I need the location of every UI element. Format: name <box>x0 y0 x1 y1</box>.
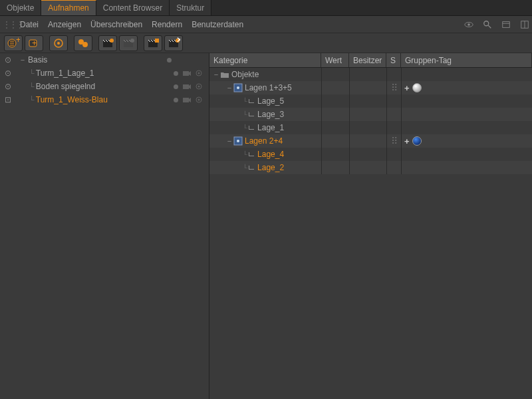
svg-rect-19 <box>124 42 133 47</box>
take-name[interactable]: Turm_1_Weiss-Blau <box>35 95 170 104</box>
row-label[interactable]: Lage_2 <box>255 163 284 172</box>
visibility-icon[interactable]: ⊙ <box>3 55 13 65</box>
layer-icon <box>249 99 255 103</box>
svg-point-39 <box>237 86 239 89</box>
menu-benutzerdaten[interactable]: Benutzerdaten <box>192 20 243 29</box>
layer-row[interactable]: └ Lage_1 <box>209 121 532 134</box>
col-besitzer[interactable]: Besitzer <box>349 53 386 67</box>
collapse-icon[interactable]: − <box>225 137 233 145</box>
add-tag-button[interactable]: + <box>404 136 410 146</box>
tab-struktur[interactable]: Struktur <box>170 0 211 15</box>
svg-point-13 <box>57 42 60 45</box>
svg-rect-16 <box>103 42 112 47</box>
btn-clap1[interactable] <box>98 35 117 51</box>
tree-branch: └ <box>241 98 249 105</box>
status-dot[interactable] <box>164 55 174 65</box>
visibility-active-icon[interactable]: ⊡ <box>3 95 13 104</box>
layergroup-row[interactable]: − Lagen 1+3+5 ⠿ + <box>209 81 532 94</box>
row-label[interactable]: Objekte <box>229 70 259 79</box>
add-tag-button[interactable]: + <box>404 83 410 93</box>
camera-icon[interactable] <box>181 67 193 79</box>
btn-take-link[interactable] <box>74 35 92 51</box>
col-wert[interactable]: Wert <box>321 53 349 67</box>
svg-point-41 <box>237 140 239 142</box>
material-tag-blue[interactable] <box>412 136 422 146</box>
menu-anzeigen[interactable]: Anzeigen <box>48 20 81 29</box>
status-dot[interactable] <box>170 95 181 104</box>
svg-rect-35 <box>183 98 189 102</box>
svg-point-31 <box>198 72 200 74</box>
menu-rendern[interactable]: Rendern <box>152 20 182 29</box>
svg-rect-22 <box>148 42 158 47</box>
svg-text:+: + <box>32 39 37 48</box>
category-row-objekte[interactable]: − Objekte <box>209 68 532 81</box>
take-row-selected[interactable]: ⊡ └ Turm_1_Weiss-Blau <box>0 93 209 106</box>
col-kategorie[interactable]: Kategorie <box>209 53 321 67</box>
grip-icon: ⋮⋮⋮ <box>3 20 11 29</box>
status-dot[interactable] <box>170 68 181 78</box>
camera-icon[interactable] <box>181 80 193 92</box>
layer-row[interactable]: └ Lage_4 <box>209 148 532 161</box>
svg-text:+: + <box>16 37 20 45</box>
menu-ueberschreiben[interactable]: Überschreiben <box>90 20 142 29</box>
layer-icon <box>249 112 255 116</box>
visibility-icon[interactable]: ⊙ <box>3 82 13 91</box>
collapse-icon[interactable]: − <box>212 70 220 78</box>
row-label[interactable]: Lagen 1+3+5 <box>243 83 292 92</box>
tree-branch: └ <box>241 111 249 118</box>
panel-icon[interactable] <box>520 20 529 29</box>
layergroup-icon <box>233 136 243 146</box>
material-tag-white[interactable] <box>412 83 422 92</box>
svg-point-34 <box>198 86 200 88</box>
toolbar: + + ✕ <box>0 33 532 53</box>
col-gruppen-tag[interactable]: Gruppen-Tag <box>401 53 532 67</box>
take-name[interactable]: Boden spiegelnd <box>35 82 170 91</box>
s-handle-icon[interactable]: ⠿ <box>391 140 398 143</box>
layer-row[interactable]: └ Lage_3 <box>209 108 532 121</box>
tab-bar: Objekte Aufnahmen Content Browser Strukt… <box>0 0 532 16</box>
btn-clap4[interactable]: ✕ <box>164 35 183 51</box>
render-icon[interactable] <box>193 67 205 79</box>
collapse-icon[interactable]: − <box>19 56 27 64</box>
btn-clap2[interactable] <box>119 35 138 51</box>
row-label[interactable]: Lage_5 <box>255 96 284 106</box>
s-handle-icon[interactable]: ⠿ <box>391 86 398 90</box>
tab-aufnahmen[interactable]: Aufnahmen <box>41 0 96 15</box>
row-label[interactable]: Lagen 2+4 <box>243 136 283 146</box>
take-row[interactable]: ⊙ └ Turm_1_Lage_1 <box>0 66 209 80</box>
svg-rect-32 <box>183 84 189 89</box>
row-label[interactable]: Lage_1 <box>255 123 284 132</box>
svg-point-18 <box>110 39 114 43</box>
take-name[interactable]: Turm_1_Lage_1 <box>35 68 170 78</box>
status-dot[interactable] <box>170 82 181 91</box>
btn-take-add2[interactable]: + <box>25 35 43 51</box>
svg-text:✕: ✕ <box>176 37 180 45</box>
window-icon[interactable] <box>501 20 511 29</box>
main-area: ⊙ − Basis ⊙ └ Turm_1_Lage_1 ⊙ └ Boden sp… <box>0 53 532 399</box>
overrides-table: Kategorie Wert Besitzer S Gruppen-Tag − … <box>209 53 532 399</box>
row-label[interactable]: Lage_3 <box>255 110 284 119</box>
take-name[interactable]: Basis <box>27 55 164 65</box>
btn-take-add1[interactable]: + <box>4 35 23 51</box>
take-row-basis[interactable]: ⊙ − Basis <box>0 53 209 66</box>
btn-take-target[interactable] <box>49 35 68 51</box>
layergroup-row-selected[interactable]: − Lagen 2+4 ⠿ + <box>209 134 532 148</box>
camera-icon[interactable] <box>181 94 193 106</box>
render-icon[interactable] <box>193 80 205 92</box>
collapse-icon[interactable]: − <box>225 84 233 92</box>
row-label[interactable]: Lage_4 <box>255 150 284 159</box>
tab-objekte[interactable]: Objekte <box>0 0 41 15</box>
visibility-icon[interactable]: ⊙ <box>3 68 13 78</box>
layer-row[interactable]: └ Lage_2 <box>209 161 532 174</box>
take-row[interactable]: ⊙ └ Boden spiegelnd <box>0 80 209 93</box>
menu-datei[interactable]: Datei <box>20 20 39 29</box>
search-icon[interactable] <box>483 20 492 29</box>
layer-icon <box>249 126 255 130</box>
tree-branch: └ <box>29 69 35 77</box>
col-s[interactable]: S <box>386 53 401 67</box>
render-icon[interactable] <box>193 94 205 106</box>
btn-clap3[interactable] <box>144 35 162 51</box>
tab-content-browser[interactable]: Content Browser <box>96 0 170 15</box>
eye-icon[interactable] <box>464 20 473 29</box>
layer-row[interactable]: └ Lage_5 <box>209 94 532 108</box>
